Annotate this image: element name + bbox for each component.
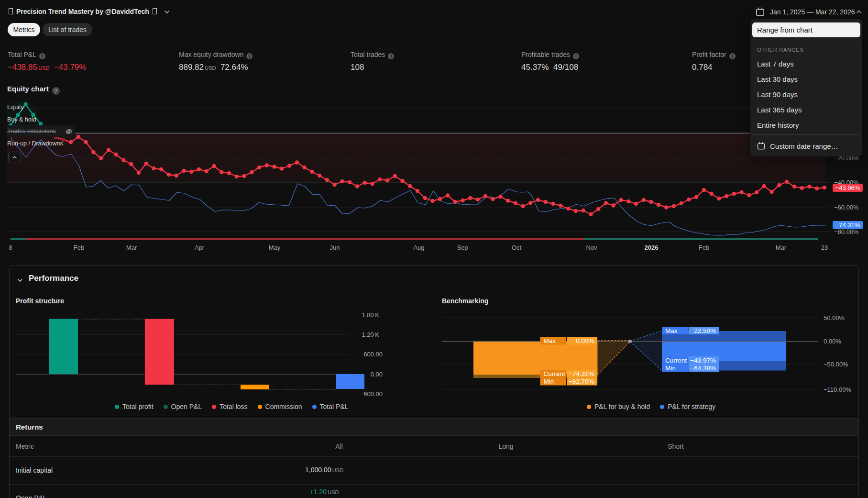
svg-text:Sep: Sep bbox=[457, 244, 468, 251]
svg-text:−74.31%: −74.31% bbox=[835, 221, 860, 229]
svg-text:Jun: Jun bbox=[330, 244, 340, 251]
svg-text:8: 8 bbox=[9, 244, 12, 251]
svg-text:−43.96%: −43.96% bbox=[835, 184, 860, 191]
svg-text:−80.00%: −80.00% bbox=[834, 228, 859, 235]
svg-text:Feb: Feb bbox=[699, 244, 709, 251]
svg-text:Nov: Nov bbox=[586, 244, 597, 251]
svg-text:Mar: Mar bbox=[126, 244, 137, 251]
svg-text:Feb: Feb bbox=[74, 244, 84, 251]
svg-text:May: May bbox=[269, 244, 281, 251]
svg-text:−60.00%: −60.00% bbox=[834, 204, 859, 211]
svg-text:Mar: Mar bbox=[776, 244, 787, 251]
svg-text:Apr: Apr bbox=[195, 244, 205, 251]
svg-text:Aug: Aug bbox=[413, 244, 424, 251]
svg-text:Oct: Oct bbox=[512, 244, 522, 251]
svg-text:23: 23 bbox=[821, 244, 828, 251]
svg-text:2026: 2026 bbox=[645, 244, 659, 251]
